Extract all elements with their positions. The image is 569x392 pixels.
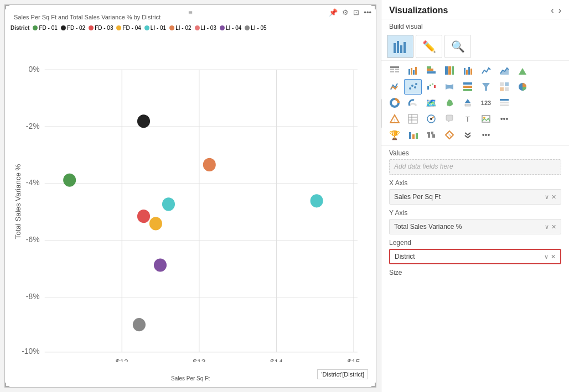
viz-icon-bar-stacked[interactable]	[422, 63, 440, 79]
pin-icon[interactable]: 📌	[329, 8, 338, 17]
svg-point-56	[411, 85, 413, 87]
viz-icon-diamond[interactable]	[441, 127, 458, 143]
svg-rect-68	[505, 82, 509, 86]
viz-icon-gauge[interactable]	[404, 95, 422, 111]
viz-icon-pie[interactable]	[514, 79, 531, 95]
legend-field-box[interactable]: District ∨ ✕	[389, 249, 561, 264]
svg-rect-49	[464, 68, 465, 75]
svg-point-23	[137, 210, 150, 223]
viz-icon-number[interactable]: 123	[477, 95, 495, 111]
svg-point-57	[414, 86, 416, 88]
legend-item-fd04: FD - 04	[116, 25, 141, 31]
svg-point-29	[311, 194, 323, 207]
viz-icon-bar-clustered[interactable]	[404, 63, 422, 79]
svg-rect-35	[390, 69, 394, 70]
svg-rect-63	[463, 82, 472, 85]
filters-tab[interactable]: Filters	[381, 100, 382, 128]
svg-rect-69	[500, 87, 504, 91]
yaxis-field-box[interactable]: Total Sales Variance % ∨ ✕	[389, 219, 561, 234]
yaxis-chevron-icon[interactable]: ∨	[545, 223, 549, 231]
svg-rect-65	[463, 89, 472, 91]
viz-icon-waterfall[interactable]	[422, 79, 440, 95]
xaxis-value: Sales Per Sq Ft	[394, 193, 441, 201]
legend-district-label: District	[11, 25, 29, 31]
svg-rect-70	[505, 87, 509, 91]
svg-text:-10%: -10%	[22, 347, 40, 356]
viz-icon-col-clustered[interactable]	[459, 63, 477, 79]
viz-type-pen[interactable]: ✏️	[416, 35, 442, 58]
viz-icon-ribbon[interactable]	[441, 79, 458, 95]
viz-icon-funnel[interactable]	[477, 79, 495, 95]
viz-icon-trophy[interactable]: 🏆	[386, 127, 404, 143]
svg-text:$15: $15	[347, 358, 360, 362]
viz-type-bar[interactable]	[387, 35, 413, 58]
resize-handle-tl[interactable]	[5, 5, 9, 9]
chart-title: Sales Per Sq Ft and Total Sales Variance…	[14, 14, 161, 20]
viz-icon-mountain[interactable]	[514, 63, 531, 79]
values-group: Values Add data fields here	[389, 149, 561, 175]
viz-icon-shape-map[interactable]	[441, 95, 458, 111]
svg-text:$14: $14	[270, 358, 283, 362]
values-field-box[interactable]: Add data fields here	[389, 159, 561, 175]
build-visual-label: Build visual	[381, 19, 569, 33]
svg-rect-51	[468, 67, 470, 75]
viz-icon-table2[interactable]	[404, 111, 422, 127]
viz-icon-map[interactable]: 🗺️	[422, 95, 440, 111]
svg-rect-47	[448, 66, 451, 75]
viz-icons-grid: 🗺️ 123 !	[381, 61, 569, 146]
xaxis-chevron-icon[interactable]: ∨	[545, 194, 549, 201]
yaxis-clear-icon[interactable]: ✕	[551, 223, 556, 231]
viz-icon-kpi[interactable]	[422, 111, 440, 127]
viz-icon-line[interactable]	[477, 63, 495, 79]
viz-icon-area[interactable]	[495, 63, 513, 79]
legend-chevron-icon[interactable]: ∨	[544, 253, 549, 260]
viz-icon-text[interactable]: T	[459, 111, 477, 127]
filter-icon[interactable]: ⚙	[342, 8, 349, 17]
nav-prev-button[interactable]: ‹	[551, 6, 554, 15]
viz-icon-decomp[interactable]	[459, 95, 477, 111]
viz-icon-qna[interactable]	[441, 111, 458, 127]
svg-rect-36	[395, 69, 399, 70]
viz-type-search[interactable]: 🔍	[444, 35, 471, 58]
more-icon[interactable]: •••	[364, 8, 371, 17]
svg-text:-6%: -6%	[26, 235, 40, 244]
resize-handle-bl[interactable]	[5, 383, 9, 387]
chart-container: ≡ 📌 ⚙ ⊡ ••• Sales Per Sq Ft and Total Sa…	[4, 4, 376, 388]
viz-icon-image[interactable]	[477, 111, 495, 127]
x-axis-label: Sales Per Sq Ft	[171, 375, 210, 381]
panel-header: Visualizations ‹ ›	[381, 0, 569, 19]
viz-icon-donut[interactable]	[386, 95, 404, 111]
viz-icon-bar-100[interactable]	[441, 63, 458, 79]
viz-icon-table[interactable]	[386, 63, 404, 79]
viz-icon-map3[interactable]	[422, 127, 440, 143]
legend-item-li02: LI - 02	[169, 25, 191, 31]
viz-icon-empty5b	[514, 127, 531, 143]
svg-rect-76	[500, 102, 509, 103]
viz-icon-alert[interactable]: !	[386, 111, 404, 127]
svg-rect-46	[445, 66, 448, 75]
viz-icon-chevron[interactable]	[459, 127, 477, 143]
viz-icon-line-clustered[interactable]	[386, 79, 404, 95]
viz-icon-bar-100-2[interactable]	[459, 79, 477, 95]
viz-icon-more[interactable]: •••	[495, 111, 513, 127]
svg-rect-38	[395, 71, 399, 72]
yaxis-value: Total Sales Variance %	[394, 223, 462, 231]
legend-clear-icon[interactable]: ✕	[551, 253, 556, 260]
xaxis-clear-icon[interactable]: ✕	[551, 194, 556, 201]
viz-icon-scatter[interactable]	[404, 79, 422, 95]
viz-icon-ellipsis[interactable]: •••	[477, 127, 495, 143]
expand-icon[interactable]: ⊡	[353, 8, 359, 17]
viz-icon-matrix[interactable]	[495, 79, 513, 95]
legend-item-li04: LI - 04	[220, 25, 241, 31]
viz-icon-multirow[interactable]	[495, 95, 513, 111]
yaxis-label: Y Axis	[389, 209, 561, 217]
svg-rect-52	[470, 69, 472, 75]
svg-point-58	[415, 83, 417, 85]
svg-text:-2%: -2%	[26, 121, 40, 130]
nav-next-button[interactable]: ›	[558, 6, 561, 15]
resize-handle-tr[interactable]	[371, 5, 376, 9]
viz-icon-bar3[interactable]	[404, 127, 422, 143]
svg-rect-44	[427, 69, 433, 71]
resize-handle-br[interactable]	[371, 383, 376, 387]
xaxis-field-box[interactable]: Sales Per Sq Ft ∨ ✕	[389, 189, 561, 205]
